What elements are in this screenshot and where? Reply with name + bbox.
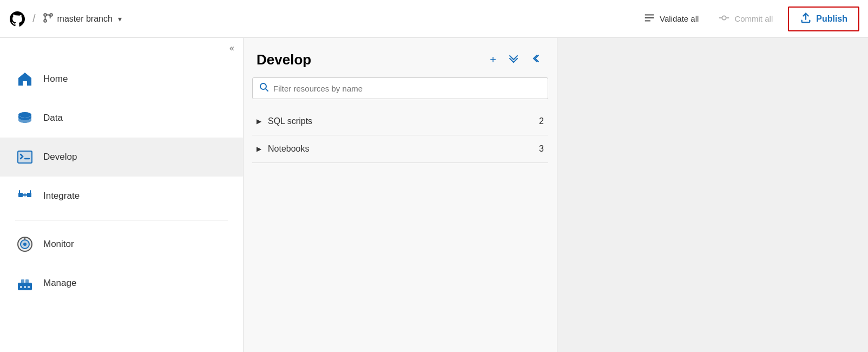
svg-rect-27 [20, 286, 22, 288]
branch-icon [42, 12, 54, 26]
sidebar-item-manage[interactable]: Manage [0, 264, 243, 303]
top-bar-actions: Validate all Commit all Pu [639, 6, 859, 31]
top-bar-left: / master branch ▾ [9, 10, 639, 28]
filter-input[interactable] [273, 84, 541, 93]
svg-rect-25 [21, 279, 24, 284]
svg-point-9 [18, 112, 31, 118]
panel-collapse-button[interactable] [528, 51, 544, 68]
svg-rect-26 [25, 279, 29, 284]
svg-rect-15 [27, 193, 31, 197]
main-layout: « Home [0, 38, 868, 352]
panel-collapse-icon [531, 54, 541, 66]
integrate-icon [15, 186, 35, 206]
top-bar: / master branch ▾ [0, 0, 868, 38]
svg-point-1 [44, 19, 47, 22]
resource-count-sql: 2 [539, 116, 544, 126]
develop-panel: Develop + [244, 38, 557, 352]
add-icon: + [490, 54, 496, 66]
sidebar-label-home: Home [43, 74, 68, 84]
svg-point-22 [23, 243, 27, 246]
manage-icon [15, 273, 35, 293]
validate-icon [643, 12, 655, 25]
sidebar-label-develop: Develop [43, 152, 77, 162]
branch-selector[interactable]: master branch ▾ [42, 12, 122, 26]
resource-name-notebooks: Notebooks [268, 144, 532, 154]
develop-panel-title: Develop [257, 51, 480, 68]
sidebar-item-integrate[interactable]: Integrate [0, 177, 243, 216]
develop-panel-header: Develop + [244, 38, 557, 77]
sidebar-item-data[interactable]: Data [0, 99, 243, 138]
search-icon [259, 82, 269, 94]
commit-icon [718, 12, 730, 25]
branch-chevron-icon: ▾ [118, 15, 122, 23]
collapse-all-icon [508, 53, 519, 67]
svg-point-6 [722, 16, 726, 19]
resource-count-notebooks: 3 [539, 144, 544, 154]
sidebar-item-home[interactable]: Home [0, 60, 243, 99]
sidebar-collapse-area: « [0, 38, 243, 55]
sidebar: « Home [0, 38, 244, 352]
svg-rect-28 [24, 286, 26, 288]
sidebar-label-monitor: Monitor [43, 239, 74, 250]
collapse-all-button[interactable] [505, 51, 522, 69]
commit-all-label: Commit all [734, 14, 773, 23]
publish-icon [800, 12, 812, 26]
svg-rect-10 [18, 151, 32, 163]
data-icon [15, 108, 35, 128]
sidebar-collapse-button[interactable]: « [229, 43, 234, 53]
sidebar-label-data: Data [43, 113, 63, 123]
main-content-area [557, 38, 868, 352]
resource-item-sql-scripts[interactable]: ▶ SQL scripts 2 [252, 108, 548, 135]
svg-point-17 [23, 193, 27, 197]
validate-all-button[interactable]: Validate all [639, 9, 703, 29]
add-resource-button[interactable]: + [486, 51, 499, 68]
publish-label: Publish [816, 14, 847, 24]
expand-chevron-icon: ▶ [257, 118, 261, 125]
resource-name-sql: SQL scripts [268, 116, 532, 126]
sidebar-nav: Home Data [0, 55, 243, 307]
publish-button[interactable]: Publish [788, 6, 859, 31]
sidebar-divider [15, 220, 228, 220]
commit-all-button[interactable]: Commit all [714, 9, 777, 29]
resource-item-notebooks[interactable]: ▶ Notebooks 3 [252, 135, 548, 163]
path-separator: / [32, 12, 36, 25]
develop-icon [15, 147, 35, 167]
validate-all-label: Validate all [660, 14, 699, 23]
sidebar-label-manage: Manage [43, 278, 76, 289]
resource-list: ▶ SQL scripts 2 ▶ Notebooks 3 [244, 108, 557, 163]
svg-line-31 [266, 89, 268, 92]
filter-search-box[interactable] [252, 77, 548, 99]
github-icon [9, 10, 26, 28]
svg-rect-29 [28, 286, 30, 288]
sidebar-item-monitor[interactable]: Monitor [0, 225, 243, 264]
sidebar-item-develop[interactable]: Develop [0, 138, 243, 177]
develop-header-actions: + [486, 51, 544, 69]
sidebar-label-integrate: Integrate [43, 191, 80, 201]
svg-rect-14 [18, 193, 23, 197]
monitor-icon [15, 234, 35, 254]
svg-point-0 [44, 14, 47, 16]
branch-name: master branch [57, 14, 113, 24]
expand-chevron-icon-2: ▶ [257, 145, 261, 153]
home-icon [15, 69, 35, 89]
